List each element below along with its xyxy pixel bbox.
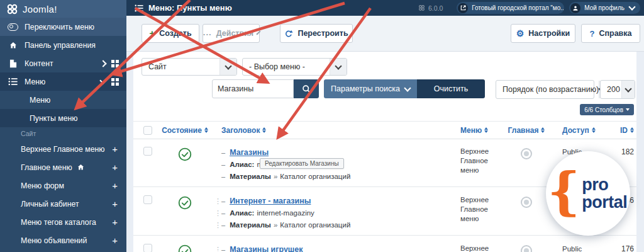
home-default-icon: [77, 163, 85, 171]
options-button[interactable]: ⚙ Настройки: [511, 24, 575, 43]
joomla-logo-text: Joomla!: [23, 4, 57, 14]
site-preview-label: Готовый городской портал "мо...: [472, 4, 564, 11]
columns-button-label: 6/6 Столбцов: [584, 106, 623, 113]
limit-select[interactable]: 200: [600, 80, 635, 99]
row-id: 176: [611, 235, 634, 252]
profile-button[interactable]: Мой профиль: [569, 2, 640, 14]
home-unset-icon[interactable]: [521, 245, 532, 252]
sort-order-select[interactable]: Порядок (по возрастанию): [496, 80, 594, 99]
column-header-access[interactable]: Доступ: [562, 126, 611, 135]
toggle-icon: [8, 23, 18, 31]
add-menu-item-icon[interactable]: +: [112, 144, 118, 154]
rebuild-button[interactable]: Перестроить: [280, 24, 353, 43]
home-unset-icon[interactable]: [521, 197, 532, 208]
menu-item-link[interactable]: Магазины: [230, 147, 269, 159]
joomla-logo: Joomla!: [0, 0, 126, 18]
limit-select-value: 200: [601, 85, 621, 94]
columns-button[interactable]: 6/6 Столбцов: [580, 104, 634, 115]
refresh-icon: [284, 29, 293, 38]
grid-icon[interactable]: [111, 78, 119, 86]
drag-handle-icon[interactable]: ⋮: [214, 195, 219, 207]
search-button[interactable]: [294, 79, 319, 98]
home-unset-icon[interactable]: [521, 148, 532, 159]
path-value: Каталог организаций: [280, 173, 350, 180]
alias-value: internet-magaziny: [257, 209, 314, 217]
sidebar-item-label: Личный кабинет: [21, 200, 79, 209]
column-header-menu[interactable]: Меню: [460, 126, 501, 135]
external-link-icon: [458, 3, 468, 13]
search-icon: [302, 84, 311, 94]
row-checkbox[interactable]: [143, 147, 152, 156]
status-published-icon[interactable]: [162, 138, 208, 186]
add-menu-item-icon[interactable]: +: [112, 235, 118, 246]
plus-icon: +: [149, 28, 155, 38]
actions-button-label: Действия: [216, 29, 253, 38]
sidebar-menu-catalog-tags[interactable]: Меню тегов каталога +: [0, 213, 126, 231]
menu-item-link[interactable]: Магазины игрушек: [230, 244, 303, 252]
column-header-id[interactable]: ID: [620, 126, 634, 135]
grid-icon[interactable]: [111, 60, 119, 67]
row-checkbox[interactable]: [143, 244, 152, 252]
sidebar-item-label: Пункты меню: [30, 114, 78, 123]
sidebar-menu-forms[interactable]: Меню форм +: [0, 176, 126, 195]
topbar: Меню: Пункты меню 6.0.0 Готовый городско…: [126, 0, 644, 16]
sidebar-menu-top-main[interactable]: Верхнее Главное меню +: [0, 140, 126, 158]
add-menu-item-icon[interactable]: +: [112, 217, 118, 227]
sidebar-item-label: Меню форм: [21, 181, 64, 190]
menu-list-icon[interactable]: [135, 4, 143, 12]
status-published-icon[interactable]: [162, 235, 208, 252]
sidebar-menu-main[interactable]: Главное меню +: [0, 158, 126, 176]
sidebar-item-dashboard[interactable]: Панель управления: [0, 36, 126, 54]
menu-cell: ВерхнееГлавноеменю: [460, 186, 501, 235]
menu-cell: ВерхнееГлавноеменю: [460, 138, 501, 186]
chevron-down-icon: [628, 3, 635, 10]
sidebar-subitem-menus[interactable]: Меню: [0, 91, 126, 109]
column-header-state[interactable]: Состояние: [162, 126, 208, 135]
alias-label: Алиас:: [230, 209, 254, 217]
proportal-watermark: { pro portal: [546, 151, 630, 236]
sidebar-item-label: Меню: [30, 96, 50, 105]
sidebar-item-label: Меню объявлений: [21, 236, 87, 245]
menu-select[interactable]: - Выбор меню -: [242, 58, 347, 76]
sidebar-menu-account[interactable]: Личный кабинет +: [0, 195, 126, 213]
add-menu-item-icon[interactable]: +: [112, 162, 118, 173]
status-published-icon[interactable]: [162, 186, 208, 235]
joomla-version: 6.0.0: [418, 4, 443, 12]
access-level: Public: [562, 235, 611, 252]
help-button[interactable]: ? Справка: [581, 24, 640, 43]
rebuild-button-label: Перестроить: [297, 29, 348, 38]
new-button[interactable]: + Создать: [142, 24, 199, 43]
watermark-line2: portal: [582, 193, 627, 211]
row-id: 182: [611, 138, 634, 156]
alias-label: Алиас:: [230, 161, 254, 168]
sidebar-item-content[interactable]: Контент: [0, 54, 126, 72]
actions-button[interactable]: ... Действия: [203, 24, 260, 43]
select-all-checkbox[interactable]: [143, 126, 152, 135]
search-tools-button[interactable]: Параметры поиска: [324, 79, 417, 98]
sidebar-menu-partial[interactable]: Меню +: [0, 249, 126, 252]
chevron-down-icon: [330, 59, 347, 75]
page-title: Меню: Пункты меню: [148, 3, 232, 13]
client-select[interactable]: Сайт: [142, 58, 237, 76]
sidebar-section-site: Сайт: [0, 127, 126, 140]
row-checkbox[interactable]: [143, 195, 152, 204]
drag-handle-icon[interactable]: ⋮: [214, 244, 219, 252]
search-input[interactable]: [212, 79, 294, 98]
sidebar-item-menus[interactable]: Меню: [0, 72, 126, 91]
client-select-value: Сайт: [142, 62, 219, 71]
sidebar-subitem-menu-items[interactable]: Пункты меню: [0, 109, 126, 127]
menu-item-link[interactable]: Интернет - магазины: [230, 195, 311, 207]
clear-button[interactable]: Очистить: [417, 79, 485, 98]
edit-tooltip: Редактировать Магазины: [260, 158, 344, 169]
chevron-down-icon: [404, 84, 411, 91]
add-menu-item-icon[interactable]: +: [112, 180, 118, 191]
site-preview-button[interactable]: Готовый городской портал "мо...: [457, 2, 564, 14]
sidebar-item-toggle-menu[interactable]: Переключить меню: [0, 18, 126, 36]
column-header-title[interactable]: Заголовок: [221, 126, 460, 135]
path-value: Каталог организаций: [280, 221, 350, 229]
column-header-home[interactable]: Главная: [508, 126, 545, 135]
add-menu-item-icon[interactable]: +: [112, 198, 118, 209]
sidebar-menu-ads[interactable]: Меню объявлений +: [0, 231, 126, 249]
search-tools-label: Параметры поиска: [331, 84, 400, 93]
version-number: 6.0.0: [428, 4, 443, 12]
